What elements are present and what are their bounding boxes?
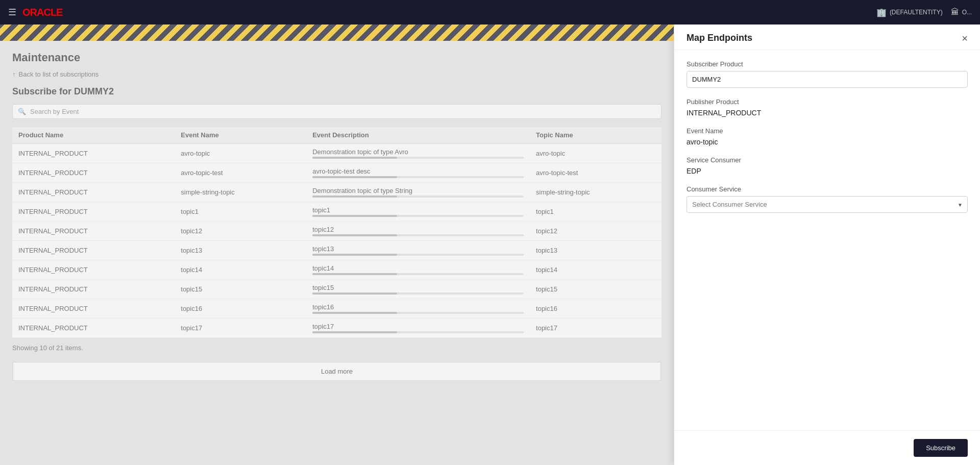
cell-event-name: topic1 (175, 202, 306, 222)
header-logo-group: ☰ ORACLE (8, 7, 62, 18)
arrow-up-icon: ↑ (12, 70, 16, 78)
cell-event-description: topic17 (306, 319, 530, 338)
event-name-field: Event Name avro-topic (687, 127, 968, 146)
consumer-service-label: Consumer Service (687, 185, 968, 193)
table-row[interactable]: INTERNAL_PRODUCT topic13 topic13 topic13 (12, 241, 662, 260)
cell-product-name: INTERNAL_PRODUCT (12, 280, 175, 299)
map-endpoints-drawer: Map Endpoints × Subscriber Product Publi… (674, 25, 980, 465)
subscriber-product-field: Subscriber Product (687, 60, 968, 88)
cell-event-name: topic14 (175, 260, 306, 280)
cell-product-name: INTERNAL_PRODUCT (12, 260, 175, 280)
cell-product-name: INTERNAL_PRODUCT (12, 163, 175, 183)
table-row[interactable]: INTERNAL_PRODUCT topic17 topic17 topic17 (12, 319, 662, 338)
subscriber-product-input[interactable] (687, 71, 968, 88)
app-header: ☰ ORACLE 🏢 (DEFAULTENTITY) 🏛 O... (0, 0, 980, 25)
drawer-title: Map Endpoints (687, 33, 752, 43)
showing-text: Showing 10 of 21 items. (12, 338, 662, 358)
table-row[interactable]: INTERNAL_PRODUCT simple-string-topic Dem… (12, 183, 662, 202)
col-event-name: Event Name (175, 127, 306, 143)
menu-group[interactable]: 🏛 O... (951, 8, 972, 17)
event-name-label: Event Name (687, 127, 968, 135)
back-link[interactable]: ↑ Back to list of subscriptions (12, 70, 662, 78)
table-header: Product Name Event Name Event Descriptio… (12, 127, 662, 143)
search-input[interactable] (30, 108, 656, 115)
oracle-logo: ORACLE (22, 7, 62, 18)
hamburger-icon[interactable]: ☰ (8, 7, 16, 18)
col-product-name: Product Name (12, 127, 175, 143)
left-panel: Maintenance ↑ Back to list of subscripti… (0, 25, 674, 465)
cell-event-description: avro-topic-test desc (306, 163, 530, 183)
event-name-value: avro-topic (687, 138, 968, 146)
entity-label: (DEFAULTENTITY) (890, 9, 943, 16)
cell-event-description: topic14 (306, 260, 530, 280)
col-event-description: Event Description (306, 127, 530, 143)
cell-event-description: topic12 (306, 222, 530, 241)
drawer-body: Subscriber Product Publisher Product INT… (674, 50, 980, 430)
cell-event-description: topic1 (306, 202, 530, 222)
page-title: Maintenance (12, 51, 662, 64)
table-row[interactable]: INTERNAL_PRODUCT topic15 topic15 topic15 (12, 280, 662, 299)
publisher-product-label: Publisher Product (687, 98, 968, 106)
table-body: INTERNAL_PRODUCT avro-topic Demonstratio… (12, 143, 662, 338)
menu-label: O... (962, 9, 972, 16)
cell-product-name: INTERNAL_PRODUCT (12, 183, 175, 202)
service-consumer-value: EDP (687, 167, 968, 175)
cell-topic-name: topic1 (530, 202, 662, 222)
load-more-button[interactable]: Load more (13, 362, 661, 381)
drawer-header: Map Endpoints × (674, 25, 980, 50)
cell-event-name: topic13 (175, 241, 306, 260)
table-row[interactable]: INTERNAL_PRODUCT topic16 topic16 topic16 (12, 299, 662, 319)
consumer-service-select-wrapper: Select Consumer Service (687, 196, 968, 213)
subscribe-title: Subscribe for DUMMY2 (12, 86, 662, 97)
search-bar[interactable]: 🔍 (12, 104, 662, 119)
back-link-text: Back to list of subscriptions (19, 70, 99, 78)
cell-topic-name: avro-topic (530, 143, 662, 163)
header-right: 🏢 (DEFAULTENTITY) 🏛 O... (876, 8, 972, 17)
table-row[interactable]: INTERNAL_PRODUCT avro-topic-test avro-to… (12, 163, 662, 183)
cell-product-name: INTERNAL_PRODUCT (12, 319, 175, 338)
cell-topic-name: topic15 (530, 280, 662, 299)
building-icon: 🏢 (876, 8, 887, 17)
cell-topic-name: avro-topic-test (530, 163, 662, 183)
cell-topic-name: topic14 (530, 260, 662, 280)
table-row[interactable]: INTERNAL_PRODUCT topic1 topic1 topic1 (12, 202, 662, 222)
cell-product-name: INTERNAL_PRODUCT (12, 299, 175, 319)
table-row[interactable]: INTERNAL_PRODUCT avro-topic Demonstratio… (12, 143, 662, 163)
consumer-service-field: Consumer Service Select Consumer Service (687, 185, 968, 213)
search-icon: 🔍 (18, 108, 26, 115)
table-row[interactable]: INTERNAL_PRODUCT topic14 topic14 topic14 (12, 260, 662, 280)
construction-stripe (0, 25, 674, 41)
cell-event-description: Demonstration topic of type Avro (306, 143, 530, 163)
cell-product-name: INTERNAL_PRODUCT (12, 241, 175, 260)
publisher-product-field: Publisher Product INTERNAL_PRODUCT (687, 98, 968, 117)
drawer-footer: Subscribe (674, 430, 980, 465)
consumer-service-select[interactable]: Select Consumer Service (687, 196, 968, 213)
cell-event-name: topic16 (175, 299, 306, 319)
menu-icon: 🏛 (951, 8, 959, 17)
cell-event-description: topic15 (306, 280, 530, 299)
cell-event-name: topic15 (175, 280, 306, 299)
cell-topic-name: topic13 (530, 241, 662, 260)
service-consumer-label: Service Consumer (687, 156, 968, 164)
subscribe-button[interactable]: Subscribe (914, 439, 968, 457)
left-content: Maintenance ↑ Back to list of subscripti… (0, 41, 674, 395)
cell-topic-name: topic17 (530, 319, 662, 338)
cell-event-name: avro-topic (175, 143, 306, 163)
cell-topic-name: simple-string-topic (530, 183, 662, 202)
cell-event-name: topic17 (175, 319, 306, 338)
cell-product-name: INTERNAL_PRODUCT (12, 222, 175, 241)
entity-selector[interactable]: 🏢 (DEFAULTENTITY) (876, 8, 943, 17)
table-row[interactable]: INTERNAL_PRODUCT topic12 topic12 topic12 (12, 222, 662, 241)
cell-product-name: INTERNAL_PRODUCT (12, 143, 175, 163)
subscriber-product-label: Subscriber Product (687, 60, 968, 68)
main-wrapper: Maintenance ↑ Back to list of subscripti… (0, 25, 980, 465)
col-topic-name: Topic Name (530, 127, 662, 143)
cell-event-name: avro-topic-test (175, 163, 306, 183)
events-table: Product Name Event Name Event Descriptio… (12, 127, 662, 338)
cell-event-description: topic16 (306, 299, 530, 319)
cell-event-description: topic13 (306, 241, 530, 260)
close-button[interactable]: × (962, 33, 968, 43)
publisher-product-value: INTERNAL_PRODUCT (687, 109, 968, 117)
cell-event-description: Demonstration topic of type String (306, 183, 530, 202)
service-consumer-field: Service Consumer EDP (687, 156, 968, 175)
